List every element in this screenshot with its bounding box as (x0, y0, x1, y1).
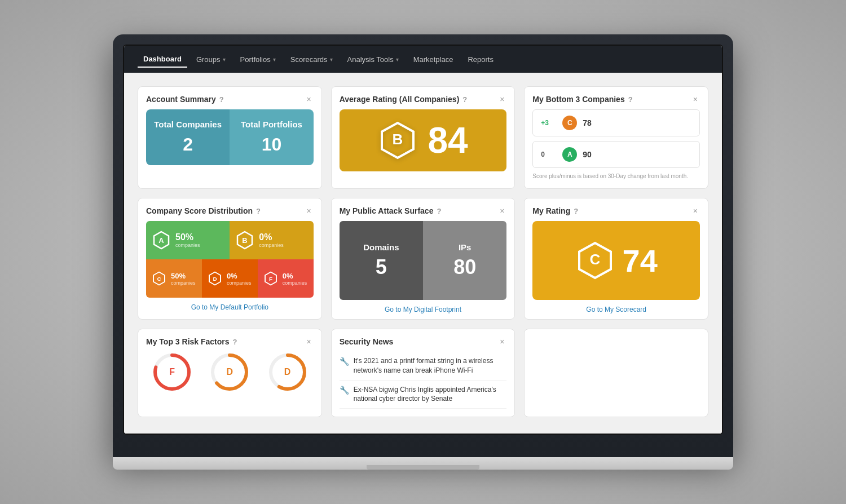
news-item: 🔧 Ex-NSA bigwig Chris Inglis appointed A… (340, 381, 507, 409)
close-button[interactable]: × (691, 94, 700, 105)
widget-header: My Rating ? × (525, 198, 708, 221)
account-summary-grid: Total Companies 2 Total Portfolios 10 (146, 109, 314, 165)
my-rating-title: My Rating ? (532, 206, 578, 215)
dist-pct-c: 50% (171, 272, 196, 280)
widget-header: My Bottom 3 Companies ? × (525, 87, 708, 109)
ips-label: IPs (459, 242, 472, 252)
attack-surface-widget: My Public Attack Surface ? × Domains 5 (331, 198, 515, 320)
average-rating-display: B 84 (340, 109, 507, 171)
close-button[interactable]: × (304, 205, 313, 216)
widget-header: Average Rating (All Companies) ? × (332, 87, 515, 109)
my-rating-link[interactable]: Go to My Scorecard (525, 300, 708, 319)
news-body: 🔧 It's 2021 and a printf format string i… (332, 352, 515, 417)
total-companies-tile: Total Companies 2 (146, 109, 230, 165)
total-portfolios-label: Total Portfolios (241, 120, 302, 130)
nav-groups[interactable]: Groups ▾ (191, 52, 231, 67)
nav-reports[interactable]: Reports (462, 52, 499, 67)
news-text-2: Ex-NSA bigwig Chris Inglis appointed Ame… (354, 385, 507, 404)
laptop-base (113, 457, 733, 470)
dist-pct-a: 50% (175, 232, 200, 242)
widget-header: My Top 3 Risk Factors ? × (138, 329, 321, 352)
dist-tile-f: F 0% companies (258, 259, 314, 298)
nav-scorecards[interactable]: Scorecards ▾ (285, 52, 338, 67)
risk-circle-d2: D (267, 352, 308, 392)
risk-factors-widget: My Top 3 Risk Factors ? × (138, 329, 322, 417)
screen-bezel: Dashboard Groups ▾ Portfolios ▾ Scorecar… (113, 34, 733, 457)
nav-analysis-tools[interactable]: Analysis Tools ▾ (342, 52, 404, 67)
ips-tile: IPs 80 (423, 221, 506, 300)
dist-bottom-row: C 50% companies (146, 259, 314, 298)
close-button[interactable]: × (497, 336, 506, 347)
grade-hexagon: C (575, 241, 615, 280)
risk-circle-d1: D (209, 352, 250, 392)
nav-dashboard[interactable]: Dashboard (138, 51, 187, 68)
svg-text:B: B (243, 236, 248, 245)
nav-portfolios[interactable]: Portfolios ▾ (235, 52, 281, 67)
total-portfolios-value: 10 (262, 134, 282, 155)
attack-surface-title: My Public Attack Surface ? (340, 206, 442, 215)
dist-label-c: companies (171, 280, 196, 286)
middle-row-grid: Company Score Distribution ? × (138, 198, 708, 320)
svg-text:B: B (393, 131, 403, 148)
close-button[interactable]: × (497, 205, 506, 216)
score-dist-grid: A 50% companies (146, 221, 314, 298)
close-button[interactable]: × (497, 94, 506, 105)
domains-value: 5 (376, 255, 387, 279)
empty-widget (524, 329, 708, 417)
svg-text:C: C (157, 276, 161, 282)
news-text-1: It's 2021 and a printf format string in … (354, 356, 507, 375)
my-rating-widget: My Rating ? × C (524, 198, 708, 320)
total-companies-value: 2 (183, 134, 193, 155)
help-icon[interactable]: ? (628, 95, 633, 104)
bottom3-note: Score plus/minus is based on 30-Day chan… (525, 173, 708, 188)
chevron-down-icon: ▾ (396, 56, 399, 63)
help-icon[interactable]: ? (233, 338, 237, 346)
bottom-row-grid: My Top 3 Risk Factors ? × (138, 329, 708, 417)
help-icon[interactable]: ? (437, 207, 441, 215)
attack-surface-link[interactable]: Go to My Digital Footprint (332, 300, 515, 319)
grade-badge-c: C (562, 116, 577, 130)
close-button[interactable]: × (691, 205, 700, 216)
chevron-down-icon: ▾ (273, 56, 276, 63)
top-row-grid: Account Summary ? × Total Companies 2 (138, 86, 708, 189)
grade-badge-a: A (562, 147, 577, 162)
help-icon[interactable]: ? (219, 95, 224, 104)
dist-tile-a: A 50% companies (146, 221, 230, 259)
widget-header: Company Score Distribution ? × (138, 198, 321, 221)
security-news-title: Security News (340, 337, 394, 346)
domains-label: Domains (363, 242, 399, 252)
score-dist-link[interactable]: Go to My Default Portfolio (138, 298, 321, 317)
dist-tile-c: C 50% companies (146, 259, 202, 298)
widget-header: My Public Attack Surface ? × (332, 198, 515, 221)
bottom3-list: +3 C 78 0 A 90 (525, 109, 708, 168)
score-change: 0 (541, 151, 557, 158)
nav-marketplace[interactable]: Marketplace (408, 52, 459, 67)
average-rating-score: 84 (428, 122, 468, 158)
score-distribution-widget: Company Score Distribution ? × (138, 198, 322, 320)
risk-circle-f: F (152, 352, 192, 392)
dist-pct-b: 0% (259, 232, 284, 242)
news-icon: 🔧 (340, 386, 349, 395)
help-icon[interactable]: ? (256, 207, 261, 215)
bottom3-item: 0 A 90 (532, 141, 700, 168)
total-portfolios-tile: Total Portfolios 10 (230, 109, 313, 165)
close-button[interactable]: × (304, 94, 313, 105)
dist-pct-d: 0% (227, 272, 252, 280)
news-item: 🔧 It's 2021 and a printf format string i… (340, 352, 507, 381)
help-icon[interactable]: ? (462, 95, 467, 104)
bottom3-title: My Bottom 3 Companies ? (532, 95, 632, 104)
help-icon[interactable]: ? (574, 207, 578, 215)
dist-label-d: companies (227, 280, 252, 286)
attack-surface-grid: Domains 5 IPs 80 (340, 221, 507, 300)
close-button[interactable]: × (304, 336, 313, 347)
chevron-down-icon: ▾ (223, 56, 226, 63)
score-dist-title: Company Score Distribution ? (146, 206, 261, 215)
screen: Dashboard Groups ▾ Portfolios ▾ Scorecar… (123, 45, 723, 435)
dist-tile-b: B 0% companies (230, 221, 313, 259)
grade-hexagon: B (378, 121, 417, 160)
dist-label-b: companies (259, 242, 284, 248)
dist-pct-f: 0% (283, 272, 307, 280)
svg-text:C: C (589, 251, 600, 268)
dist-top-row: A 50% companies (146, 221, 314, 259)
security-news-widget: Security News × 🔧 It's 2021 and a printf… (331, 329, 515, 417)
